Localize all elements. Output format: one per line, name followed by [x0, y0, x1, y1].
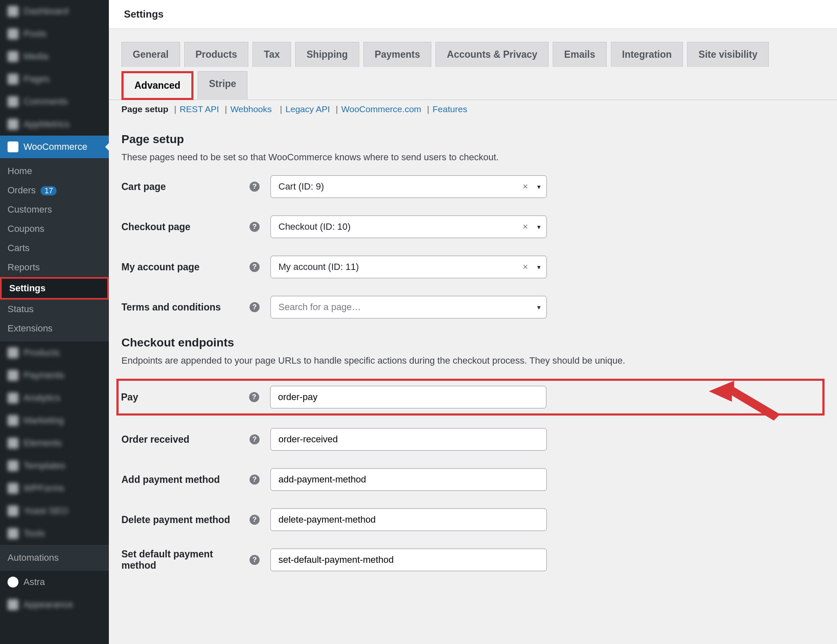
sidebar-item-blur[interactable]: WPForms [0, 477, 109, 500]
sidebar-item-blur[interactable]: Templates [0, 454, 109, 477]
label-pay: Pay [121, 392, 138, 403]
label-terms-conditions: Terms and conditions [121, 302, 221, 313]
section-desc-page-setup: These pages need to be set so that WooCo… [121, 152, 824, 163]
help-icon[interactable]: ? [250, 475, 260, 485]
input-pay[interactable] [278, 386, 538, 408]
sidebar-item-woocommerce[interactable]: WooCommerce [0, 136, 109, 158]
field-pay: Pay? [116, 379, 824, 416]
subnav-legacy-api[interactable]: Legacy API [286, 104, 330, 114]
sidebar-item-blur[interactable]: AppMetrics [0, 113, 109, 136]
sidebar-sub-status[interactable]: Status [0, 300, 109, 319]
subnav-page-setup[interactable]: Page setup [121, 104, 168, 114]
tab-emails[interactable]: Emails [553, 42, 606, 67]
field-my-account-page: My account page? My account (ID: 11) × ▾ [121, 256, 824, 278]
field-cart-page: Cart page? Cart (ID: 9) × ▾ [121, 175, 824, 198]
sidebar-item-blur[interactable]: Products [0, 341, 109, 364]
tab-advanced[interactable]: Advanced [121, 71, 193, 100]
orders-count-badge: 17 [41, 186, 57, 195]
tab-accounts-privacy[interactable]: Accounts & Privacy [435, 42, 549, 67]
clear-icon[interactable]: × [523, 262, 528, 272]
sidebar-item-blur[interactable]: Analytics [0, 387, 109, 409]
sidebar-item-blur[interactable]: Pages [0, 68, 109, 90]
chevron-down-icon: ▾ [537, 183, 541, 191]
sidebar-sub-customers[interactable]: Customers [0, 200, 109, 219]
chevron-down-icon: ▾ [537, 263, 541, 271]
tab-site-visibility[interactable]: Site visibility [687, 42, 769, 67]
tab-stripe[interactable]: Stripe [198, 71, 247, 100]
input-set-default-payment-method-wrap [270, 549, 547, 571]
clear-icon[interactable]: × [523, 221, 528, 232]
sidebar-sub-coupons[interactable]: Coupons [0, 219, 109, 239]
select-terms-conditions[interactable]: Search for a page… ▾ [270, 296, 547, 318]
sidebar-item-blur[interactable]: Appearance [0, 593, 109, 616]
help-icon[interactable]: ? [250, 555, 260, 565]
pages-icon [8, 74, 18, 85]
section-heading-checkout-endpoints: Checkout endpoints [121, 336, 824, 349]
page-header: Settings [109, 0, 837, 29]
sidebar-item-blur[interactable]: Comments [0, 90, 109, 113]
tab-general[interactable]: General [121, 42, 180, 67]
tab-shipping[interactable]: Shipping [295, 42, 359, 67]
sidebar-item-blur[interactable]: Marketing [0, 409, 109, 432]
field-order-received: Order received? [121, 428, 824, 451]
tab-tax[interactable]: Tax [252, 42, 291, 67]
help-icon[interactable]: ? [250, 262, 260, 272]
input-pay-wrap [270, 386, 546, 408]
help-icon[interactable]: ? [250, 302, 260, 312]
select-cart-page[interactable]: Cart (ID: 9) × ▾ [270, 175, 547, 198]
generic-icon [8, 438, 18, 449]
help-icon[interactable]: ? [249, 392, 259, 402]
select-checkout-page[interactable]: Checkout (ID: 10) × ▾ [270, 216, 547, 238]
sidebar-sub-extensions[interactable]: Extensions [0, 319, 109, 338]
generic-icon [8, 528, 18, 539]
help-icon[interactable]: ? [250, 515, 260, 525]
sidebar-item-blur[interactable]: Media [0, 45, 109, 68]
sidebar-sub-reports[interactable]: Reports [0, 258, 109, 277]
sidebar-item-blur[interactable]: Elements [0, 432, 109, 454]
input-add-payment-method[interactable] [278, 469, 539, 490]
input-order-received[interactable] [278, 428, 539, 450]
sidebar-item-blur[interactable]: Dashboard [0, 0, 109, 23]
select-value: Checkout (ID: 10) [278, 221, 350, 232]
annotation-arrow-icon [709, 377, 784, 427]
sidebar-sub-carts[interactable]: Carts [0, 239, 109, 258]
input-set-default-payment-method[interactable] [278, 549, 539, 571]
select-value: Cart (ID: 9) [278, 181, 324, 192]
sidebar-sub-orders[interactable]: Orders 17 [0, 181, 109, 200]
sidebar-item-blur[interactable]: Yoast SEO [0, 500, 109, 522]
dashboard-icon [8, 6, 18, 17]
select-my-account-page[interactable]: My account (ID: 11) × ▾ [270, 256, 547, 278]
tab-products[interactable]: Products [184, 42, 249, 67]
sidebar-item-blur[interactable]: Payments [0, 364, 109, 387]
sidebar-sub-automations[interactable]: Automations [0, 548, 109, 567]
help-icon[interactable]: ? [250, 222, 260, 232]
subnav-features[interactable]: Features [433, 104, 467, 114]
settings-body: Page setup These pages need to be set so… [109, 114, 837, 614]
sidebar-sub-settings[interactable]: Settings [0, 277, 109, 300]
sidebar-item-astra[interactable]: Astra [0, 571, 109, 593]
sidebar-sub-automations-wrap: Automations [0, 545, 109, 571]
subnav-rest-api[interactable]: REST API [180, 104, 219, 114]
sidebar-sub-home[interactable]: Home [0, 162, 109, 181]
appmetrics-icon [8, 119, 18, 130]
input-delete-payment-method[interactable] [278, 509, 539, 531]
tab-payments[interactable]: Payments [363, 42, 432, 67]
clear-icon[interactable]: × [523, 181, 528, 192]
help-icon[interactable]: ? [250, 434, 260, 444]
sidebar-label: WooCommerce [23, 141, 87, 152]
label-set-default-payment-method: Set default payment method [121, 549, 250, 571]
sidebar-item-blur[interactable]: Tools [0, 522, 109, 545]
generic-icon [8, 460, 18, 471]
input-delete-payment-method-wrap [270, 508, 547, 531]
field-delete-payment-method: Delete payment method? [121, 508, 824, 531]
comments-icon [8, 96, 18, 107]
field-add-payment-method: Add payment method? [121, 468, 824, 491]
label-cart-page: Cart page [121, 181, 166, 192]
subnav-webhooks[interactable]: Webhooks [230, 104, 272, 114]
settings-tabs: General Products Tax Shipping Payments A… [109, 29, 837, 100]
help-icon[interactable]: ? [250, 182, 260, 192]
tab-integration[interactable]: Integration [611, 42, 683, 67]
sidebar-item-blur[interactable]: Posts [0, 23, 109, 45]
subnav-woocommerce-com[interactable]: WooCommerce.com [341, 104, 421, 114]
sidebar-blur-group-mid: Products Payments Analytics Marketing El… [0, 341, 109, 545]
